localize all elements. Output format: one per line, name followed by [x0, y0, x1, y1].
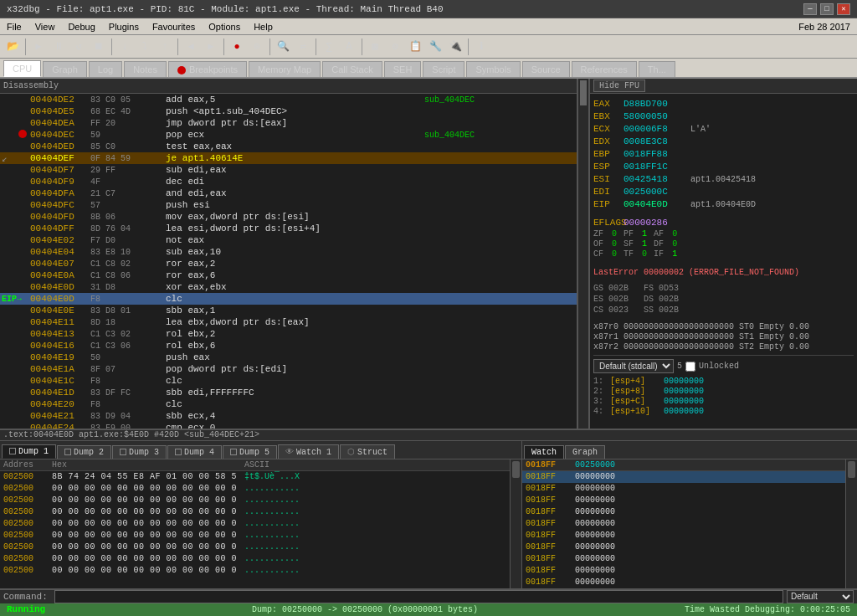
tb-patch[interactable]: ⚙	[386, 38, 404, 56]
disasm-row[interactable]: 00404E20F8clc	[0, 398, 577, 410]
stack-convention-select[interactable]: Default (stdcall)	[593, 359, 674, 373]
dump-row[interactable]: 00250000 00 00 00 00 00 00 00 00 00 00 0…	[0, 506, 510, 518]
disasm-row[interactable]: 00404DFA21 C7and edi,eax	[0, 187, 577, 199]
dump-row[interactable]: 00250000 00 00 00 00 00 00 00 00 00 00 0…	[0, 483, 510, 495]
menu-help[interactable]: Help	[247, 20, 280, 33]
tab-graph[interactable]: Graph	[43, 61, 87, 77]
stack-row[interactable]: 0018FF00000000	[522, 483, 845, 495]
minimize-button[interactable]: —	[803, 3, 817, 15]
dump-tab-watch1[interactable]: 👁Watch 1	[278, 444, 339, 459]
dump-tab-struct[interactable]: ⬡Struct	[340, 444, 395, 459]
disasm-row[interactable]: 00404E07C1 C8 02ror eax,2	[0, 258, 577, 270]
tb-trace[interactable]: 📋	[406, 38, 424, 56]
disasm-row[interactable]: 00404DFD8B 06mov eax,dword ptr ds:[esi]	[0, 211, 577, 223]
disasm-row[interactable]: 00404DF729 FFsub edi,eax	[0, 164, 577, 176]
tb-run[interactable]: ▶	[29, 38, 48, 56]
tab-seh[interactable]: SEH	[384, 61, 422, 77]
tb-open[interactable]: 📂	[3, 38, 22, 56]
dump-tab-4[interactable]: Dump 4	[167, 445, 222, 459]
tab-memory[interactable]: Memory Map	[249, 61, 321, 77]
disasm-table[interactable]: 00404DE283 C0 05add eax,5sub_404DEC00404…	[0, 94, 577, 429]
maximize-button[interactable]: □	[820, 3, 834, 15]
stack-tab-graph[interactable]: Graph	[565, 445, 605, 459]
stack-row[interactable]: 0018FF00000000	[522, 518, 845, 530]
disasm-row[interactable]: 00404DEAFF 20jmp dword ptr ds:[eax]	[0, 117, 577, 129]
tab-callstack[interactable]: Call Stack	[322, 61, 382, 77]
disasm-row[interactable]: 00404DFF8D 76 04lea esi,dword ptr ds:[es…	[0, 223, 577, 234]
tb-handle[interactable]: 🔧	[426, 38, 444, 56]
dump-tab-1[interactable]: Dump 1	[2, 444, 56, 459]
disasm-row[interactable]: 00404E0E83 D8 01sbb eax,1	[0, 305, 577, 316]
disasm-row[interactable]: 00404E0AC1 C8 06ror eax,6	[0, 270, 577, 281]
tb-restart[interactable]: ↺	[69, 38, 88, 56]
menu-file[interactable]: File	[0, 20, 28, 33]
tab-threads[interactable]: Th...	[639, 61, 675, 77]
disasm-row[interactable]: EIP→00404E0DF8clc	[0, 293, 577, 305]
stack-row[interactable]: 0018FF00000000	[522, 542, 845, 553]
tab-cpu[interactable]: CPU	[3, 60, 41, 77]
disasm-row[interactable]: 00404E16C1 C3 06rol ebx,6	[0, 340, 577, 352]
tab-references[interactable]: References	[572, 61, 637, 77]
disasm-row[interactable]: 00404DE283 C0 05add eax,5sub_404DEC	[0, 94, 577, 105]
dump-scrollbar-thumb[interactable]	[512, 461, 520, 478]
disasm-row[interactable]: 00404E1A8F 07pop dword ptr ds:[edi]	[0, 363, 577, 375]
stack-scrollbar[interactable]	[845, 459, 857, 588]
stack-row[interactable]: 0018FF00000000	[522, 506, 845, 518]
disasm-row[interactable]: 00404E1D83 DF FCsbb edi,FFFFFFFC	[0, 387, 577, 398]
hide-fpu-button[interactable]: Hide FPU	[593, 80, 645, 92]
stack-row[interactable]: 0018FF00000000	[522, 495, 845, 506]
tb-step-into[interactable]: ↓	[115, 38, 134, 56]
menu-plugins[interactable]: Plugins	[102, 20, 146, 33]
disasm-row[interactable]: 00404DE568 EC 4Dpush <apt1.sub_404DEC>	[0, 105, 577, 117]
dump-row[interactable]: 00250000 00 00 00 00 00 00 00 00 00 00 0…	[0, 518, 510, 530]
cmd-dropdown[interactable]: Default	[787, 590, 854, 603]
tb-plugin[interactable]: 🔌	[446, 38, 464, 56]
tb-bp[interactable]: ●	[228, 38, 246, 56]
tb-step-out[interactable]: ↑	[156, 38, 174, 56]
stack-row[interactable]: 0018FF00000000	[522, 565, 845, 577]
dump-scrollbar[interactable]	[510, 459, 521, 588]
tab-source[interactable]: Source	[522, 61, 570, 77]
stack-row[interactable]: 0018FF00000000	[522, 471, 845, 483]
tb-font[interactable]: A	[340, 38, 358, 56]
menu-view[interactable]: View	[28, 20, 62, 33]
tb-calc[interactable]: ∑	[320, 38, 338, 56]
tb-fwd[interactable]: ▶	[202, 38, 220, 56]
disasm-row[interactable]: 00404DEC59pop ecxsub_404DEC	[0, 129, 577, 141]
disasm-row[interactable]: 00404E0D31 D8xor eax,ebx	[0, 281, 577, 293]
disasm-row[interactable]: 00404E13C1 C3 02rol ebx,2	[0, 328, 577, 340]
disasm-row[interactable]: 00404DED85 C0test eax,eax	[0, 141, 577, 152]
disasm-row[interactable]: 00404E118D 18lea ebx,dword ptr ds:[eax]	[0, 316, 577, 328]
tb-back[interactable]: ◀	[182, 38, 200, 56]
tab-symbols[interactable]: Symbols	[466, 61, 520, 77]
disasm-row[interactable]: 00404DF94Fdec edi	[0, 176, 577, 187]
stack-row[interactable]: 0018FF00000000	[522, 577, 845, 588]
dump-row[interactable]: 00250000 00 00 00 00 00 00 00 00 00 00 0…	[0, 565, 510, 577]
tb-ref[interactable]: ⇌	[294, 38, 312, 56]
disasm-row[interactable]: 00404E0483 E8 10sub eax,10	[0, 246, 577, 258]
tb-step-over[interactable]: ⤵	[136, 38, 154, 56]
dump-tab-5[interactable]: Dump 5	[223, 445, 277, 459]
tab-breakpoints[interactable]: Breakpoints	[168, 61, 247, 77]
dump-row[interactable]: 00250000 00 00 00 00 00 00 00 00 00 00 0…	[0, 495, 510, 506]
stack-row[interactable]: 0018FF00000000	[522, 553, 845, 565]
cmd-input[interactable]	[54, 590, 783, 603]
dump-row[interactable]: 00250000 00 00 00 00 00 00 00 00 00 00 0…	[0, 553, 510, 565]
menu-favourites[interactable]: Favourites	[146, 20, 202, 33]
stack-lock-check[interactable]	[685, 362, 695, 372]
tb-hwbp[interactable]: ⊙	[248, 38, 266, 56]
tab-log[interactable]: Log	[89, 61, 122, 77]
tb-pause[interactable]: ⏸	[49, 38, 68, 56]
stack-scrollbar-thumb[interactable]	[848, 461, 855, 478]
tab-script[interactable]: Script	[423, 61, 464, 77]
dump-tab-2[interactable]: Dump 2	[57, 445, 111, 459]
menu-debug[interactable]: Debug	[61, 20, 101, 33]
menu-options[interactable]: Options	[202, 20, 247, 33]
close-button[interactable]: ✕	[837, 3, 850, 15]
dump-row[interactable]: 00250000 00 00 00 00 00 00 00 00 00 00 0…	[0, 530, 510, 542]
stack-row[interactable]: 0018FF00000000	[522, 530, 845, 542]
disasm-row[interactable]: 00404DFC57push esi	[0, 199, 577, 211]
disasm-row[interactable]: 00404E2483 F9 00cmp ecx,0	[0, 422, 577, 429]
tb-search[interactable]: 🔍	[274, 38, 292, 56]
disasm-row[interactable]: 00404E1950push eax	[0, 352, 577, 363]
